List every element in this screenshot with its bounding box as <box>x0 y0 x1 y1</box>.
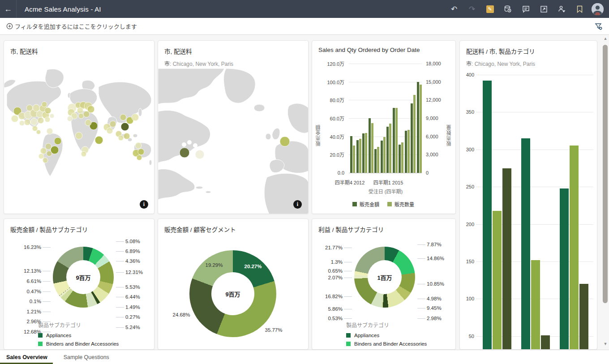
bar-quantity[interactable] <box>377 147 379 173</box>
bar-sales[interactable] <box>411 103 413 173</box>
map-bubble[interactable] <box>24 119 30 125</box>
legend-item[interactable]: 販売金額 <box>352 201 379 208</box>
legend-item[interactable]: Binders and Binder Accessories <box>38 341 119 347</box>
bar[interactable] <box>570 146 579 350</box>
present-icon[interactable] <box>536 2 551 16</box>
map-bubble[interactable] <box>47 151 52 156</box>
bar[interactable] <box>541 335 550 350</box>
comment-icon[interactable] <box>519 2 533 16</box>
bar[interactable] <box>560 188 569 350</box>
map-bubble[interactable] <box>43 158 48 163</box>
map-bubble[interactable] <box>38 117 44 124</box>
tile-donut-sales-subcategory[interactable]: 販売金額 / 製品サブカテゴリ 9百万16.23%12.13%6.61%0.47… <box>4 218 154 350</box>
bar-sales[interactable] <box>356 140 359 173</box>
map-bubble[interactable] <box>47 128 53 134</box>
bar-quantity[interactable] <box>413 95 416 173</box>
bar-sales[interactable] <box>369 118 371 173</box>
bar-sales[interactable] <box>386 127 389 173</box>
bar-quantity[interactable] <box>395 108 398 173</box>
map-bubble[interactable] <box>75 132 82 139</box>
map-bubble[interactable] <box>39 154 44 159</box>
scrollbar-thumb[interactable] <box>603 45 608 303</box>
tile-donut-profit-subcategory[interactable]: 利益 / 製品サブカテゴリ 1百万21.77%1.3%0.65%2.07%16.… <box>312 218 456 350</box>
scroll-up-arrow[interactable]: ▲ <box>603 37 608 40</box>
bar-sales[interactable] <box>374 149 377 173</box>
map-bubble[interactable] <box>83 111 90 117</box>
bar-quantity[interactable] <box>371 123 373 173</box>
map-bubble[interactable] <box>78 113 84 119</box>
map-bubble[interactable] <box>120 114 126 120</box>
bar-sales[interactable] <box>362 133 365 173</box>
bar-quantity[interactable] <box>420 85 422 173</box>
tab-sales-overview[interactable]: Sales Overview <box>0 350 56 364</box>
map-bubble[interactable] <box>45 143 51 150</box>
refresh-data-icon[interactable] <box>501 2 515 16</box>
map-bubble[interactable] <box>110 121 116 127</box>
bar[interactable] <box>531 260 540 350</box>
share-user-icon[interactable] <box>554 2 569 16</box>
undo-icon[interactable]: ↶ <box>447 2 461 16</box>
map-bubble[interactable] <box>33 104 40 111</box>
map-bubble[interactable] <box>137 155 142 160</box>
legend-item[interactable]: 販売数量 <box>387 201 414 208</box>
back-button[interactable]: ← <box>0 0 17 18</box>
map-bubble[interactable] <box>40 148 47 154</box>
tile-map-filtered[interactable]: 市, 配送料 市: Chicago, New York, Paris i <box>158 40 309 214</box>
map-bubble[interactable] <box>81 151 86 157</box>
tile-sales-qty-combo[interactable]: Sales and Qty Ordered by Order Date 120.… <box>312 40 456 214</box>
map-bubble[interactable] <box>30 118 38 125</box>
map-bubble[interactable] <box>67 116 73 121</box>
map-bubble[interactable] <box>138 149 144 155</box>
bar[interactable] <box>521 138 530 350</box>
map-bubble[interactable] <box>36 130 41 134</box>
bar-sales[interactable] <box>381 141 383 173</box>
map-bubble[interactable] <box>280 137 290 146</box>
filter-settings-icon[interactable] <box>595 22 603 30</box>
map-bubble[interactable] <box>54 137 61 145</box>
map-bubble[interactable] <box>121 123 129 131</box>
bar-quantity[interactable] <box>389 124 391 173</box>
bar-sales[interactable] <box>350 136 352 173</box>
map-bubble[interactable] <box>135 142 142 149</box>
page-scrollbar[interactable]: ▲ ▼ <box>602 37 609 347</box>
bar-quantity[interactable] <box>353 146 355 173</box>
user-avatar[interactable] <box>590 2 605 16</box>
bar[interactable] <box>493 211 502 350</box>
map-bubble[interactable] <box>107 128 113 134</box>
map-bubble[interactable] <box>50 114 54 118</box>
bar-quantity[interactable] <box>407 130 410 173</box>
legend-item[interactable]: Appliances <box>346 333 427 338</box>
bookmark-icon[interactable] <box>572 2 587 16</box>
map-bubble[interactable] <box>85 120 91 126</box>
legend-item[interactable]: Appliances <box>38 333 119 338</box>
map-bubble[interactable] <box>11 115 18 122</box>
bar-quantity[interactable] <box>365 133 367 173</box>
tile-donut-customer-segment[interactable]: 販売金額 / 顧客セグメント 9百万20.27%35.77%24.68%19.2… <box>158 218 309 350</box>
map-bubble[interactable] <box>124 133 130 139</box>
map-bubble[interactable] <box>45 117 50 122</box>
tab-sample-questions[interactable]: Sample Questions <box>56 350 117 364</box>
map-bubble[interactable] <box>180 148 189 158</box>
bar-sales[interactable] <box>399 145 401 173</box>
info-icon[interactable]: i <box>140 200 148 209</box>
redo-icon[interactable]: ↷ <box>465 2 479 16</box>
bar[interactable] <box>483 81 492 350</box>
map-bubble[interactable] <box>118 135 124 141</box>
bar-quantity[interactable] <box>401 142 403 173</box>
tile-shipping-bars[interactable]: 配送料 / 市, 製品カテゴリ 市: Chicago, New York, Pa… <box>459 40 597 350</box>
map-bubble[interactable] <box>26 105 33 111</box>
map-bubble[interactable] <box>42 102 47 107</box>
map-bubble[interactable] <box>195 150 204 159</box>
bar-sales[interactable] <box>393 108 395 173</box>
map-bubble[interactable] <box>45 107 51 114</box>
legend-item[interactable]: Binders and Binder Accessories <box>346 341 427 347</box>
info-icon[interactable]: i <box>293 200 302 209</box>
bar[interactable] <box>579 284 588 350</box>
map-bubble[interactable] <box>19 120 25 126</box>
tile-map-world[interactable]: 市, 配送料 i <box>4 40 154 214</box>
map-bubble[interactable] <box>95 136 103 144</box>
edit-icon[interactable]: ✎ <box>483 2 497 16</box>
map-bubble[interactable] <box>132 114 139 121</box>
add-filter-button[interactable]: フィルタを追加するにはここをクリックします <box>6 22 137 30</box>
bar-quantity[interactable] <box>359 139 361 173</box>
